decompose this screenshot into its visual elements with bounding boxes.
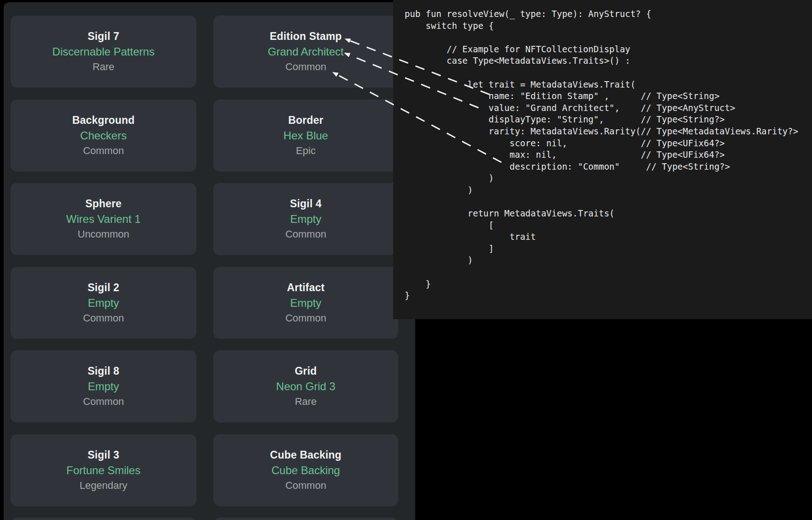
trait-card: Sigil 3 Fortune Smiles Legendary (11, 434, 196, 506)
trait-value: Grand Architect (268, 44, 344, 59)
trait-rarity: Common (285, 478, 326, 493)
trait-rarity: Common (83, 143, 124, 158)
trait-name: Sphere (85, 196, 122, 211)
trait-card: Cube Backing Cube Backing Common (213, 434, 398, 506)
trait-value: Hex Blue (284, 128, 328, 143)
trait-value: Empty (290, 295, 321, 310)
trait-name: Sigil 4 (290, 196, 322, 211)
trait-name: Background (72, 113, 134, 128)
trait-name: Grid (295, 364, 317, 379)
trait-value: Discernable Patterns (52, 44, 155, 59)
trait-name: Edition Stamp (270, 29, 342, 44)
trait-name: Sigil 8 (88, 364, 119, 379)
trait-value: Cube Backing (272, 463, 340, 478)
trait-card: Sigil 2 Empty Common (11, 267, 196, 339)
traits-grid: Sigil 7 Discernable Patterns Rare Editio… (11, 16, 398, 520)
trait-name: Sigil 3 (88, 448, 119, 463)
trait-rarity: Rare (93, 59, 115, 74)
trait-card: Sphere Wires Varient 1 Uncommon (11, 183, 196, 255)
trait-name: Sigil 7 (88, 29, 119, 44)
trait-value: Empty (88, 379, 119, 394)
trait-rarity: Uncommon (78, 227, 129, 242)
trait-card: Background Checkers Common (11, 100, 196, 171)
traits-panel: Sigil 7 Discernable Patterns Rare Editio… (4, 2, 415, 520)
trait-name: Sigil 2 (88, 280, 119, 295)
trait-card: Edition Stamp Grand Architect Common (213, 16, 398, 88)
trait-card-partial (11, 518, 196, 520)
trait-card: Sigil 8 Empty Common (11, 350, 196, 422)
trait-value: Wires Varient 1 (66, 211, 140, 227)
trait-name: Border (288, 113, 323, 128)
trait-rarity: Common (83, 310, 124, 326)
trait-rarity: Common (83, 394, 124, 409)
trait-value: Fortune Smiles (67, 463, 140, 478)
code-panel: pub fun resolveView(_ type: Type): AnySt… (393, 0, 812, 319)
trait-value: Empty (290, 211, 321, 227)
trait-name: Artifact (287, 280, 324, 295)
code-block: pub fun resolveView(_ type: Type): AnySt… (393, 0, 812, 302)
trait-card: Artifact Empty Common (213, 267, 398, 339)
trait-card: Sigil 7 Discernable Patterns Rare (11, 16, 196, 88)
trait-rarity: Rare (295, 394, 317, 409)
trait-card: Border Hex Blue Epic (213, 100, 398, 171)
trait-name: Cube Backing (270, 448, 342, 463)
trait-rarity: Common (285, 310, 326, 326)
trait-card: Grid Neon Grid 3 Rare (213, 350, 398, 422)
trait-rarity: Epic (296, 143, 316, 158)
trait-value: Checkers (80, 128, 127, 143)
trait-value: Empty (88, 295, 119, 310)
page: { "colors": { "page_background": "#00000… (0, 0, 812, 520)
trait-card-partial (213, 518, 398, 520)
trait-card: Sigil 4 Empty Common (213, 183, 398, 255)
trait-rarity: Common (285, 227, 326, 242)
trait-value: Neon Grid 3 (276, 379, 335, 394)
trait-rarity: Common (285, 59, 326, 74)
trait-rarity: Legendary (80, 478, 128, 493)
